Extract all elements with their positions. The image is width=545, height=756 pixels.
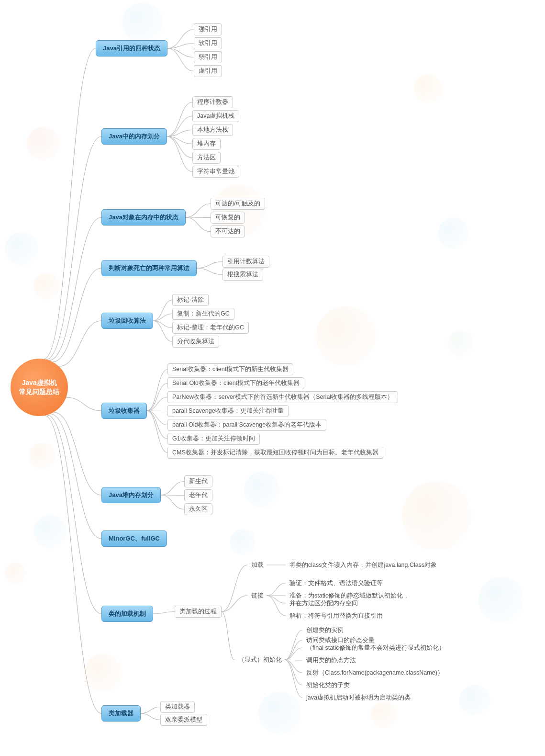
leaf-node: 堆内存 [192, 138, 221, 150]
branch-node[interactable]: Java对象在内存中的状态 [101, 209, 186, 226]
leaf-node: 永久区 [184, 503, 212, 515]
leaf-node: parall Old收集器：parall Scavenge收集器的老年代版本 [167, 419, 326, 431]
subnode: 类加载的过程 [175, 606, 222, 618]
leaf-node: 虚引用 [194, 65, 222, 77]
leaf-node: CMS收集器：并发标记清除，获取最短回收停顿时间为目标。老年代收集器 [167, 447, 383, 459]
detail-text: 验证：文件格式、语法语义验证等 [289, 579, 383, 587]
subnode-text: 加载 [251, 561, 264, 569]
background-bubble [230, 529, 256, 555]
root-node[interactable]: Java虚拟机常见问题总结 [11, 359, 68, 416]
branch-node[interactable]: MinorGC、fullGC [101, 530, 167, 547]
leaf-node: 根搜索算法 [222, 269, 263, 281]
leaf-node: 复制：新生代的GC [172, 308, 234, 320]
background-bubble [459, 685, 490, 716]
leaf-node: 软引用 [194, 37, 222, 49]
branch-node[interactable]: 类的加载机制 [101, 606, 153, 622]
background-bubble [5, 232, 38, 266]
leaf-node: 引用计数算法 [222, 256, 269, 268]
leaf-node: 本地方法栈 [192, 124, 233, 136]
background-bubble [33, 515, 67, 548]
background-bubble [33, 273, 60, 299]
leaf-node: 可恢复的 [211, 212, 245, 224]
leaf-node: 强引用 [194, 23, 222, 35]
detail-text: 反射（Class.forName(packagename.className)） [306, 669, 444, 677]
subnode-text: （显式）初始化 [238, 656, 282, 664]
leaf-node: 字符串常量池 [192, 166, 239, 178]
detail-text: 解析：将符号引用替换为直接引用 [289, 612, 383, 620]
root-label: Java虚拟机常见问题总结 [19, 378, 59, 396]
detail-text: 访问类或接口的静态变量 [306, 636, 375, 644]
leaf-node: Serial Old收集器：client模式下的老年代收集器 [167, 377, 304, 389]
background-bubble [478, 577, 524, 622]
leaf-node: 程序计数器 [192, 96, 233, 108]
background-bubble [447, 330, 474, 357]
detail-text: 并在方法区分配内存空间 [289, 599, 358, 608]
background-bubble [316, 306, 376, 366]
leaf-node: parall Scavenge收集器：更加关注吞吐量 [167, 405, 289, 417]
leaf-node: 老年代 [184, 489, 212, 501]
leaf-node: 弱引用 [194, 51, 222, 63]
leaf-node: 双亲委派模型 [160, 714, 207, 726]
leaf-node: Java虚拟机栈 [192, 110, 239, 122]
branch-node[interactable]: 类加载器 [101, 705, 141, 722]
leaf-node: 不可达的 [211, 226, 245, 237]
detail-text: （final static修饰的常量不会对类进行显式初始化） [306, 644, 445, 652]
branch-node[interactable]: Java堆内存划分 [101, 487, 161, 503]
leaf-node: G1收集器：更加关注停顿时间 [167, 433, 260, 445]
background-bubble [244, 472, 280, 508]
leaf-node: 新生代 [184, 475, 212, 487]
leaf-node: ParNew收集器：server模式下的首选新生代收集器（Serial收集器的多… [167, 391, 398, 403]
background-bubble [438, 218, 469, 249]
background-bubble [258, 692, 301, 735]
detail-text: 调用类的静态方法 [306, 656, 356, 665]
detail-text: 将类的class文件读入内存，并创建java.lang.Class对象 [289, 561, 437, 569]
detail-text: java虚拟机启动时被标明为启动类的类 [306, 694, 411, 702]
branch-node[interactable]: Java引用的四种状态 [96, 40, 167, 56]
background-bubble [29, 443, 55, 469]
leaf-node: 标记-整理：老年代的GC [172, 322, 249, 334]
background-bubble [122, 2, 163, 43]
leaf-node: 标记-清除 [172, 294, 209, 306]
background-bubble [402, 481, 471, 551]
branch-node[interactable]: 垃圾回收算法 [101, 313, 153, 329]
leaf-node: 类加载器 [160, 701, 195, 713]
background-bubble [84, 654, 122, 692]
detail-text: 准备：为static修饰的静态域做默认初始化， [289, 592, 409, 600]
branch-node[interactable]: 垃圾收集器 [101, 403, 147, 419]
leaf-node: Serial收集器：client模式下的新生代收集器 [167, 363, 293, 375]
leaf-node: 方法区 [192, 152, 221, 164]
leaf-node: 分代收集算法 [172, 336, 219, 348]
subnode-text: 链接 [251, 592, 264, 600]
detail-text: 创建类的实例 [306, 626, 344, 634]
branch-node[interactable]: 判断对象死亡的两种常用算法 [101, 260, 197, 276]
branch-node[interactable]: Java中的内存划分 [101, 128, 167, 145]
detail-text: 初始化类的子类 [306, 681, 350, 689]
background-bubble [414, 74, 443, 103]
background-bubble [26, 127, 60, 160]
leaf-node: 可达的/可触及的 [211, 198, 265, 210]
background-bubble [371, 701, 397, 728]
background-bubble [5, 563, 26, 584]
